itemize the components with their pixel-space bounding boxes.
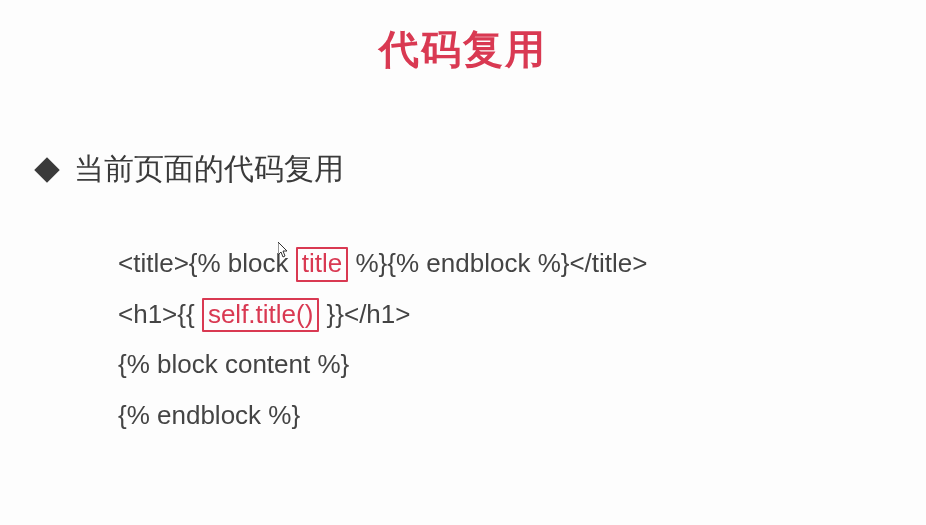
code-block: <title>{% block title %}{% endblock %}</… [118,238,926,441]
diamond-bullet-icon [34,157,59,182]
code-line-2: <h1>{{ self.title() }}</h1> [118,289,926,340]
highlight-self-title: self.title() [202,298,319,333]
code-segment: <title>{% block [118,248,289,278]
code-line-4: {% endblock %} [118,390,926,441]
code-segment: %}{% endblock %}</title> [356,248,648,278]
code-segment: }}</h1> [327,299,411,329]
code-line-1: <title>{% block title %}{% endblock %}</… [118,238,926,289]
bullet-text: 当前页面的代码复用 [74,149,344,190]
code-line-3: {% block content %} [118,339,926,390]
bullet-row: 当前页面的代码复用 [38,149,926,190]
highlight-title: title [296,247,348,282]
code-segment: <h1>{{ [118,299,195,329]
slide-title: 代码复用 [0,0,926,77]
